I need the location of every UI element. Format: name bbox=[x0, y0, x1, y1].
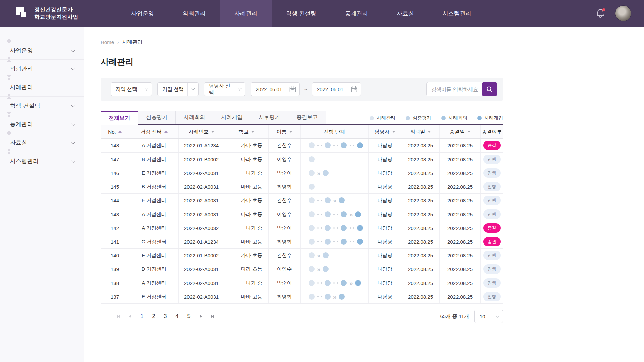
table-row[interactable]: 142A 거점센터2022-02-A0032나가 중박순이나담당2022.08.… bbox=[101, 221, 503, 235]
next-page-button[interactable] bbox=[196, 312, 205, 321]
table-body: 148A 거점센터2022-01-A1234가나 초등김철수나담당2022.08… bbox=[101, 139, 503, 304]
table-row[interactable]: 139D 거점센터2022-02-A0031다라 초등이영수»나담당2022.0… bbox=[101, 262, 503, 276]
manager-select[interactable]: 담당자 선택 bbox=[204, 82, 245, 96]
top-nav-item-통계관리[interactable]: 통계관리 bbox=[331, 0, 382, 27]
prev-page-button[interactable] bbox=[126, 312, 135, 321]
cell-progress-steps: » bbox=[300, 166, 368, 180]
column-header-이름[interactable]: 이름 bbox=[268, 125, 300, 138]
top-nav-item-시스템관리[interactable]: 시스템관리 bbox=[428, 0, 486, 27]
cell-name: 이영수 bbox=[268, 153, 300, 166]
connector-dots-icon bbox=[333, 227, 338, 229]
page-button-1[interactable]: 1 bbox=[138, 312, 146, 321]
grid-icon bbox=[7, 112, 12, 117]
sort-desc-icon bbox=[392, 131, 395, 133]
cell-status: 진행 bbox=[480, 207, 503, 221]
legend-dot-icon bbox=[477, 116, 482, 120]
table-row[interactable]: 144E 거점센터2022-02-A0031가나 초등김철수»나담당2022.0… bbox=[101, 194, 503, 207]
top-navbar: 정신건강전문가 학교방문지원사업 사업운영의뢰관리사례관리학생 컨설팅통계관리자… bbox=[0, 0, 644, 27]
sort-desc-icon bbox=[211, 131, 214, 133]
breadcrumb-home-link[interactable]: Home bbox=[101, 39, 114, 45]
column-header-의뢰일[interactable]: 의뢰일 bbox=[401, 125, 439, 138]
sidebar-item-학생 컨설팅[interactable]: 학생 컨설팅 bbox=[0, 96, 84, 115]
cell-status: 진행 bbox=[480, 276, 503, 290]
sidebar-item-사업운영[interactable]: 사업운영 bbox=[0, 41, 84, 59]
table-row[interactable]: 138A 거점센터2022-02-A0031나가 중박순이»나담당2022.08… bbox=[101, 276, 503, 290]
table-row[interactable]: 137E 거점센터2022-02-A0031마바 고등최영희»나담당2022.0… bbox=[101, 290, 503, 304]
search-button[interactable] bbox=[482, 82, 497, 96]
top-nav-item-학생 컨설팅[interactable]: 학생 컨설팅 bbox=[272, 0, 331, 27]
legend-dot-icon bbox=[370, 116, 374, 120]
result-count-summary: 65개 중 11개 bbox=[440, 313, 469, 320]
first-page-button[interactable] bbox=[114, 312, 123, 321]
table-row[interactable]: 148A 거점센터2022-01-A1234가나 초등김철수나담당2022.08… bbox=[101, 139, 503, 153]
legend-label: 사례회의 bbox=[448, 115, 467, 121]
cell-no: 137 bbox=[101, 290, 129, 303]
sidebar-item-통계관리[interactable]: 통계관리 bbox=[0, 115, 84, 133]
sort-desc-icon bbox=[251, 131, 254, 133]
table-row[interactable]: 143A 거점센터2022-02-A0031다라 초등이영수»나담당2022.0… bbox=[101, 207, 503, 221]
date-from-value: 2022. 06.01 bbox=[256, 86, 289, 92]
page-button-2[interactable]: 2 bbox=[149, 312, 158, 321]
page-button-4[interactable]: 4 bbox=[173, 312, 181, 321]
column-header-담당자[interactable]: 담당자 bbox=[368, 125, 401, 138]
column-header-종결일[interactable]: 종결일 bbox=[439, 125, 480, 138]
cell-no: 148 bbox=[101, 139, 129, 152]
tab-사후평가[interactable]: 사후평가 bbox=[251, 111, 288, 124]
page-size-select[interactable]: 10 bbox=[474, 310, 503, 323]
tab-사례회의[interactable]: 사례회의 bbox=[176, 111, 213, 124]
sidebar-item-자료실[interactable]: 자료실 bbox=[0, 133, 84, 152]
connector-dots-icon bbox=[317, 145, 322, 146]
column-header-종결여부: 종결여부 bbox=[480, 125, 503, 138]
last-page-button[interactable] bbox=[208, 312, 217, 321]
brand[interactable]: 정신건강전문가 학교방문지원사업 bbox=[0, 0, 101, 27]
tab-종결보고[interactable]: 종결보고 bbox=[288, 111, 326, 124]
table-row[interactable]: 141C 거점센터2022-01-A1234마바 고등최영희나담당2022.08… bbox=[101, 235, 503, 249]
page-button-3[interactable]: 3 bbox=[161, 312, 170, 321]
table-row[interactable]: 147B 거점센터2022-01-B0002다라 초등이영수나담당2022.08… bbox=[101, 153, 503, 166]
date-to-picker[interactable]: 2022. 06.01 bbox=[312, 82, 361, 96]
date-from-picker[interactable]: 2022. 06.01 bbox=[251, 82, 300, 96]
top-nav-item-사례관리[interactable]: 사례관리 bbox=[220, 0, 272, 27]
cell-progress-steps: » bbox=[300, 276, 368, 290]
cell-center: A 거점센터 bbox=[129, 207, 178, 221]
top-nav-menu: 사업운영의뢰관리사례관리학생 컨설팅통계관리자료실시스템관리 bbox=[117, 0, 486, 27]
table-row[interactable]: 145B 거점센터2022-02-A0031마바 고등최영희나담당2022.08… bbox=[101, 180, 503, 194]
tab-사례개입[interactable]: 사례개입 bbox=[213, 111, 251, 124]
legend-item-심층평가: 심층평가 bbox=[406, 115, 431, 121]
tab-심층평가[interactable]: 심층평가 bbox=[138, 111, 176, 124]
top-nav-item-의뢰관리[interactable]: 의뢰관리 bbox=[168, 0, 220, 27]
column-header-No.[interactable]: No. bbox=[101, 125, 129, 138]
cell-close-date: 2022.08.25 bbox=[439, 290, 480, 303]
cell-school: 마바 고등 bbox=[224, 290, 268, 303]
cell-center: E 거점센터 bbox=[129, 166, 178, 180]
cell-center: A 거점센터 bbox=[129, 221, 178, 235]
top-nav-item-사업운영[interactable]: 사업운영 bbox=[117, 0, 168, 27]
notification-bell-icon[interactable] bbox=[596, 8, 606, 19]
status-badge: 진행 bbox=[483, 264, 501, 274]
column-header-거점 센터[interactable]: 거점 센터 bbox=[129, 125, 178, 138]
cell-name: 김철수 bbox=[268, 139, 300, 152]
cell-close-date: 2022.08.25 bbox=[439, 276, 480, 290]
column-header-학교[interactable]: 학교 bbox=[224, 125, 268, 138]
grid-icon bbox=[7, 57, 12, 62]
page-button-5[interactable]: 5 bbox=[184, 312, 193, 321]
sidebar-item-의뢰관리[interactable]: 의뢰관리 bbox=[0, 59, 84, 78]
sidebar-item-시스템관리[interactable]: 시스템관리 bbox=[0, 152, 84, 170]
region-select[interactable]: 지역 선택 bbox=[111, 82, 152, 96]
cell-request-date: 2022.08.25 bbox=[401, 153, 439, 166]
tab-전체보기[interactable]: 전체보기 bbox=[101, 111, 138, 125]
top-nav-item-자료실[interactable]: 자료실 bbox=[382, 0, 428, 27]
user-avatar[interactable] bbox=[615, 5, 631, 21]
cell-progress-steps bbox=[300, 180, 368, 193]
center-select[interactable]: 거점 선택 bbox=[157, 82, 199, 96]
search-input[interactable] bbox=[426, 82, 483, 96]
page-title: 사례관리 bbox=[101, 56, 644, 67]
sort-asc-icon bbox=[118, 131, 122, 133]
table-row[interactable]: 146E 거점센터2022-02-A0031나가 중박순이»나담당2022.08… bbox=[101, 166, 503, 180]
cell-progress-steps: » bbox=[300, 290, 368, 303]
table-row[interactable]: 140F 거점센터2022-01-B0002가나 초등김철수»나담당2022.0… bbox=[101, 249, 503, 262]
sidebar-item-사례관리[interactable]: 사례관리 bbox=[0, 78, 84, 96]
status-badge: 진행 bbox=[483, 168, 501, 178]
column-header-사례번호[interactable]: 사례번호 bbox=[178, 125, 224, 138]
cell-manager: 나담당 bbox=[368, 194, 401, 207]
